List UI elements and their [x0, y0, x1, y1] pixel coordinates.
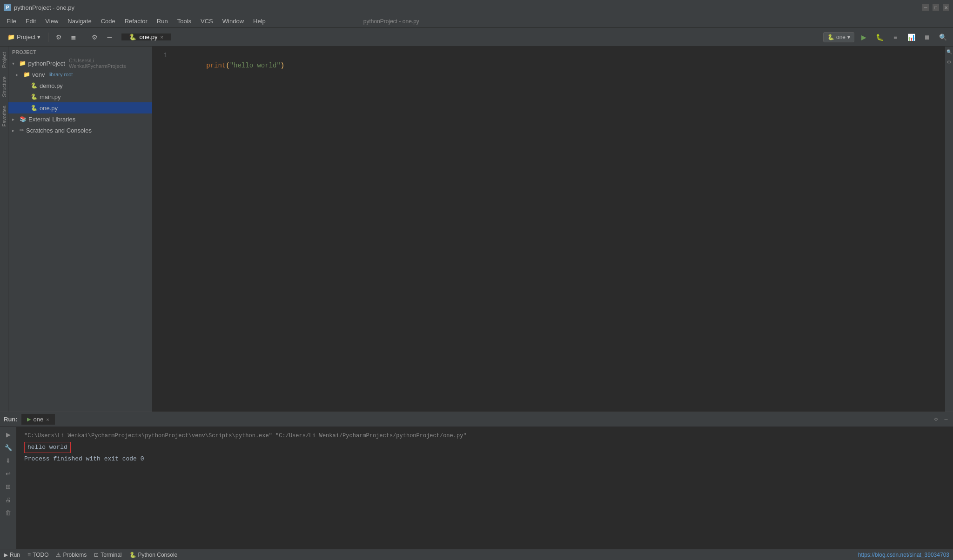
toolbar-minus-btn[interactable]: ─ [103, 31, 116, 44]
menu-file[interactable]: File [2, 16, 21, 27]
run-tab-icon: ▶ [27, 416, 31, 422]
bottom-scroll-lock-icon[interactable]: ⇓ [5, 457, 12, 464]
run-tab-name: one [34, 416, 44, 423]
vertical-structure-label[interactable]: Structure [0, 73, 8, 101]
bottom-left-icons: ▶ 🔧 ⇓ ↩ ⊞ 🖨 🗑 [0, 427, 17, 549]
debug-button[interactable]: 🐛 [873, 31, 886, 44]
run-stop-button[interactable]: ⏹ [920, 31, 933, 44]
profile-button[interactable]: 📊 [905, 31, 918, 44]
menu-view[interactable]: View [40, 16, 63, 27]
status-terminal-label: Terminal [101, 552, 121, 558]
editor-tab-inline: 🐍 one.py × [121, 33, 171, 40]
tree-item-pythonproject[interactable]: ▾ 📁 pythonProject C:\Users\Li Wenkai\Pyc… [8, 58, 152, 69]
tab-one-py[interactable]: 🐍 one.py × [121, 33, 171, 40]
menu-edit[interactable]: Edit [21, 16, 40, 27]
code-area[interactable]: print("hello world") [171, 50, 937, 408]
line-number-1: 1 [158, 50, 168, 60]
project-dropdown[interactable]: 📁 Project ▾ [4, 32, 44, 42]
menu-run[interactable]: Run [152, 16, 173, 27]
bottom-minimize-icon[interactable]: ─ [943, 416, 949, 423]
tree-item-main-py[interactable]: ▸ 🐍 main.py [8, 91, 152, 102]
toolbar-build-btn[interactable]: ⚙ [52, 31, 65, 44]
menu-help[interactable]: Help [248, 16, 270, 27]
vertical-favorites-label[interactable]: Favorites [0, 102, 8, 130]
sidebar-header-text: Project [12, 49, 36, 55]
menu-window[interactable]: Window [218, 16, 248, 27]
title-text: pythonProject - one.py [14, 4, 74, 11]
output-hello-world: hello world [24, 442, 71, 453]
title-bar-left: P pythonProject - one.py [4, 4, 74, 11]
tree-label-extlibs: External Libraries [28, 116, 75, 123]
bottom-settings-icon[interactable]: ⚙ [933, 416, 939, 423]
maximize-button[interactable]: □ [933, 4, 939, 11]
bottom-panel-controls: ⚙ ─ [933, 416, 949, 423]
window-controls[interactable]: ─ □ ✕ [922, 4, 949, 11]
bottom-soft-wrap-icon[interactable]: ↩ [5, 470, 12, 477]
bottom-run-icon[interactable]: ▶ [5, 431, 12, 438]
bottom-wrench-icon[interactable]: 🔧 [5, 444, 12, 451]
run-config-name: one [836, 34, 846, 40]
code-paren-close: ) [281, 62, 284, 69]
status-todo-btn[interactable]: ≡ TODO [27, 552, 48, 558]
tree-arrow-venv: ▸ [16, 72, 21, 77]
menu-tools[interactable]: Tools [173, 16, 196, 27]
run-config-selector[interactable]: 🐍 one ▾ [823, 32, 854, 42]
command-text: "C:\Users\Li Wenkai\PycharmProjects\pyth… [24, 433, 467, 439]
app-icon: P [4, 4, 11, 11]
bottom-trash-icon[interactable]: 🗑 [5, 509, 12, 516]
run-output: "C:\Users\Li Wenkai\PycharmProjects\pyth… [17, 427, 953, 549]
editor-content[interactable]: 1 print("hello world") [153, 47, 945, 412]
tree-path-pythonproject: C:\Users\Li Wenkai\PycharmProjects [69, 58, 148, 69]
status-run-icon: ▶ [4, 552, 8, 558]
tab-close-btn[interactable]: × [161, 34, 163, 40]
file-icon-demo-py: 🐍 [31, 82, 38, 89]
run-config-py-icon: 🐍 [827, 34, 834, 40]
tree-item-scratches[interactable]: ▸ ✏ Scratches and Consoles [8, 125, 152, 136]
bottom-group-icon[interactable]: ⊞ [5, 483, 12, 490]
run-config: 🐍 one ▾ ▶ 🐛 ≡ 📊 ⏹ 🔍 [823, 31, 949, 44]
bottom-panel-header: Run: ▶ one × ⚙ ─ [0, 412, 953, 427]
run-tab-one[interactable]: ▶ one × [21, 414, 55, 425]
close-button[interactable]: ✕ [943, 4, 949, 11]
code-string-hello: "hello world" [230, 62, 281, 69]
tree-label-main-py: main.py [40, 93, 61, 100]
code-paren-open: ( [226, 62, 229, 69]
status-url[interactable]: https://blog.csdn.net/sinat_39034703 [858, 552, 949, 558]
project-label-text: Project [17, 33, 35, 40]
right-settings-icon[interactable]: ⚙ [946, 59, 953, 65]
menu-refactor[interactable]: Refactor [120, 16, 152, 27]
vertical-project-label[interactable]: Project [0, 48, 8, 72]
run-tab-close-btn[interactable]: × [46, 417, 49, 422]
tree-item-ext-libs[interactable]: ▸ 📚 External Libraries [8, 113, 152, 125]
tree-label-one-py: one.py [40, 105, 58, 112]
toolbar-list-btn[interactable]: ≣ [67, 31, 80, 44]
menu-navigate[interactable]: Navigate [63, 16, 96, 27]
tree-sublabel-venv: library root [48, 72, 73, 77]
status-terminal-btn[interactable]: ⊡ Terminal [94, 552, 121, 558]
minimize-button[interactable]: ─ [922, 4, 929, 11]
status-python-console-label: Python Console [138, 552, 178, 558]
run-button[interactable]: ▶ [857, 31, 870, 44]
output-exit-code: Process finished with exit code 0 [24, 454, 946, 464]
scratches-icon: ✏ [20, 127, 24, 133]
file-path: pythonProject - one.py [363, 18, 419, 25]
status-python-console-btn[interactable]: 🐍 Python Console [129, 552, 178, 558]
search-everywhere-button[interactable]: 🔍 [936, 31, 949, 44]
menu-vcs[interactable]: VCS [196, 16, 218, 27]
bottom-print-icon[interactable]: 🖨 [5, 496, 12, 503]
status-run-btn[interactable]: ▶ Run [4, 552, 20, 558]
status-problems-btn[interactable]: ⚠ Problems [56, 552, 87, 558]
tree-item-demo-py[interactable]: ▸ 🐍 demo.py [8, 80, 152, 91]
status-todo-icon: ≡ [27, 552, 31, 558]
toolbar-separator-2 [84, 33, 84, 42]
status-problems-icon: ⚠ [56, 552, 61, 558]
menu-code[interactable]: Code [96, 16, 120, 27]
line-numbers: 1 [153, 50, 171, 408]
toolbar-settings-btn[interactable]: ⚙ [88, 31, 101, 44]
tree-label-scratches: Scratches and Consoles [26, 127, 92, 134]
tree-item-venv[interactable]: ▸ 📁 venv library root [8, 69, 152, 80]
coverage-button[interactable]: ≡ [889, 31, 902, 44]
right-search-icon[interactable]: 🔍 [946, 48, 953, 55]
tree-item-one-py[interactable]: ▸ 🐍 one.py [8, 102, 152, 113]
sidebar-header: Project [8, 47, 152, 58]
